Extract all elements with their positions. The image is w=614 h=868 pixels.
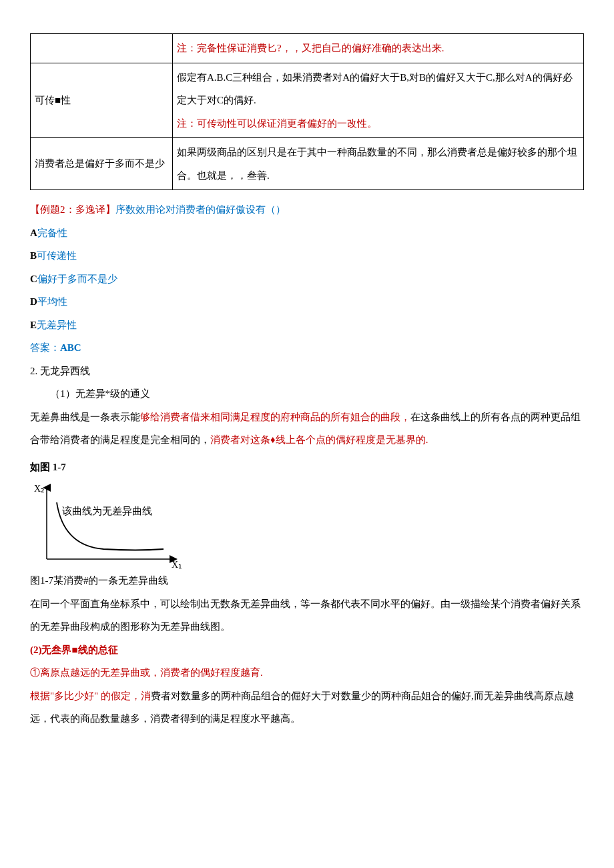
table-cell-transitivity-label: 可传■性 [31,63,173,138]
option-d: D平均性 [30,290,584,314]
question-stem: 序数效用论对消费者的偏好傲设有（） [115,204,286,215]
option-c: C偏好于多而不是少 [30,268,584,291]
figure-caption: 图1-7某消费#的一条无差异曲线 [30,569,584,592]
answer-line: 答案：ABC [30,336,584,360]
property-1: ①离原点越远的无差异曲或，消费者的偶好程度越育. [30,661,584,685]
note-prefix: 注： [177,118,197,129]
table-cell-more-is-better-body: 如果两级商品的区别只是在于其中一种商品数量的不同，那么消费者总是偏好较多的那个坦… [173,138,584,190]
table-cell-empty [31,34,173,63]
option-e: E无差异性 [30,314,584,337]
transitivity-desc: 假定有A.B.C三种组合，如果消费者对A的偏好大于B,对B的偏好又大于C,那么对… [177,66,579,112]
example-question: 【例题2：多逸译】序数效用论对消费者的偏好傲设有（） [30,198,584,222]
section-2-title: 2. 无龙异西线 [30,360,584,383]
axis-x-label: X₁ [172,560,182,569]
property-1-explain: 根据"多比少好" 的假定，消费者对数量多的两种商品组合的倔好大于对数量少的两种商… [30,685,584,731]
table-cell-completeness-note: 注：完备性保证消费匕?，，又把自己的偏好准确的表达出来. [173,34,584,63]
figure-label: 如图 1-7 [30,456,584,479]
note-text: 保证消费匕?，，又把自己的偏好准确的表达出来. [227,43,444,53]
indifference-curve-diagram: X₂ X₁ 该曲线为无差异曲线 [30,482,584,569]
indifference-curve-def: 无差鼻曲线是一条表示能够给消费者借来相同满足程度的府种商品的所有姐合的曲段，在这… [30,406,584,452]
option-b: B可传递性 [30,244,584,268]
option-a: A完备性 [30,222,584,245]
axis-y-label: X₂ [34,484,45,494]
preference-axioms-table: 注：完备性保证消费匕?，，又把自己的偏好准确的表达出来. 可传■性 假定有A.B… [30,33,584,190]
question-tag: 【例题2：多逸译】 [30,204,115,215]
section-2-2-title: (2)无叁界■线的总征 [30,638,584,662]
indifference-map-desc: 在同一个平面直角坐标系中，可以绘制出无数条无差异曲线，等一条都代表不同水平的偏好… [30,592,584,638]
section-2-1-title: （1）无差异*级的通义 [30,382,584,406]
table-cell-transitivity-body: 假定有A.B.C三种组合，如果消费者对A的偏好大于B,对B的偏好又大于C,那么对… [173,63,584,138]
indifference-curve-svg: X₂ X₁ 该曲线为无差异曲线 [30,482,184,569]
note-text: 可传动性可以保证消更者偏好的一改性。 [197,118,377,129]
curve-annotation: 该曲线为无差异曲线 [62,506,152,516]
table-cell-more-is-better-label: 消费者总是偏好于多而不是少 [31,138,173,190]
note-prefix: 注：完备性 [177,43,227,53]
